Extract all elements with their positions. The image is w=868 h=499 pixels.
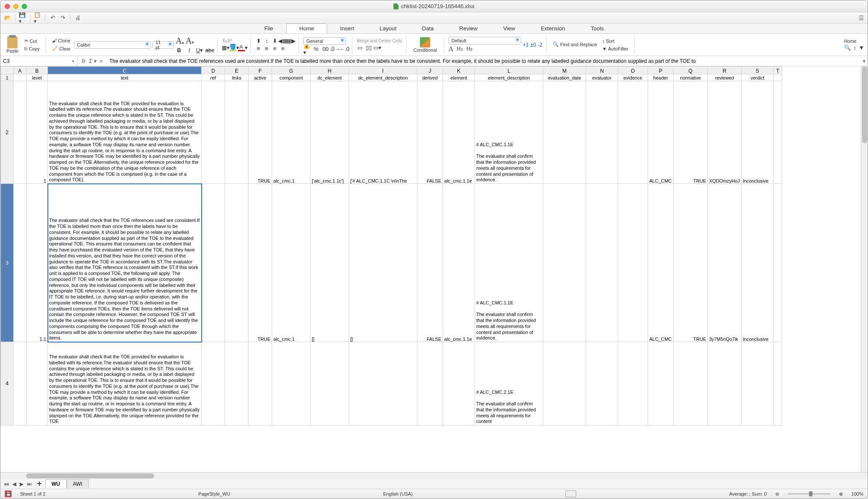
increase-indent-button[interactable]: ▦▶ [287, 38, 294, 44]
header-cell[interactable]: text [48, 74, 202, 81]
cell-C4[interactable]: The evaluator shall check that the TOE p… [48, 342, 202, 425]
cell-O2[interactable] [618, 81, 648, 184]
language[interactable]: English (USA) [383, 491, 413, 496]
hamburger-menu-icon[interactable]: ☰ [859, 15, 864, 21]
cell-L4[interactable]: # ALC_CMC.2.1E The evaluator shall confi… [475, 342, 543, 425]
col-header-K[interactable]: K [443, 67, 475, 74]
cell-D4[interactable] [202, 342, 225, 425]
col-header-S[interactable]: S [742, 67, 774, 74]
spreadsheet-grid[interactable]: ABCDEFGHIJKLMNOPQRST1leveltextreflinksac… [0, 66, 868, 472]
header-cell[interactable]: reviewed [708, 74, 742, 81]
sheet-tab-wu[interactable]: WU [45, 479, 67, 488]
formula-input[interactable]: The evaluator shall check that the TOE r… [107, 58, 861, 64]
font-name-dropdown[interactable]: Calibri [74, 41, 151, 49]
grow-font-button[interactable]: A▴ [176, 36, 184, 46]
copy-button[interactable]: ⎘ Copy [23, 45, 41, 52]
header-cell[interactable]: level [26, 74, 48, 81]
align-top-button[interactable]: ⬆ [255, 38, 262, 44]
cell-G2[interactable]: alc_cmc.1 [272, 81, 311, 184]
clone-button[interactable]: 🖌 Clone [50, 37, 72, 44]
cell-M3[interactable] [543, 184, 586, 342]
font-size-dropdown[interactable]: 11 pt [152, 41, 174, 49]
align-left-button[interactable]: ≡ [255, 45, 262, 52]
cell-I4[interactable] [349, 342, 417, 425]
split-cells-icon[interactable]: ▯▯ [365, 44, 372, 51]
cell-C2[interactable]: The evaluator shall check that the TOE p… [48, 81, 202, 184]
menu-home[interactable]: Home [286, 24, 328, 33]
cut-button[interactable]: ✂ Cut [23, 37, 41, 44]
currency-button[interactable]: 💰▾ [303, 46, 310, 53]
cell-K4[interactable] [443, 342, 475, 425]
header-cell[interactable]: evidence [618, 74, 648, 81]
tab-first-icon[interactable]: ⏮ [2, 480, 11, 488]
superscript-button[interactable]: X₂ [222, 38, 227, 43]
cell-T2[interactable] [774, 81, 782, 184]
maximize-window-button[interactable] [22, 4, 27, 9]
menu-review[interactable]: Review [446, 24, 490, 33]
paste-button[interactable]: Paste [4, 35, 21, 54]
cell-S3[interactable]: inconclusive [742, 184, 774, 342]
fx-icon[interactable]: fx [82, 58, 85, 64]
bold-button[interactable]: B [176, 47, 182, 53]
header-cell[interactable]: element [443, 74, 475, 81]
clear-button[interactable]: 🧹 Clear [50, 45, 72, 52]
menu-layout[interactable]: Layout [367, 24, 409, 33]
cell-B3[interactable]: 1.1 [26, 184, 48, 342]
comma-button[interactable]: 00 [322, 46, 329, 53]
cell-Q2[interactable]: TRUE [674, 81, 708, 184]
cell-F4[interactable] [249, 342, 272, 425]
formula-expand-button[interactable]: ▾ [861, 58, 868, 64]
cell-O3[interactable] [618, 184, 648, 342]
border-button[interactable]: ▦▾ [222, 44, 229, 51]
header-cell[interactable]: verdict [742, 74, 774, 81]
conditional-formatting-button[interactable]: Conditional [411, 37, 440, 53]
menu-insert[interactable]: Insert [327, 24, 367, 33]
col-header-Q[interactable]: Q [674, 67, 708, 74]
cell-J4[interactable] [417, 342, 443, 425]
cell-Q3[interactable]: TRUE [674, 184, 708, 342]
cell-H4[interactable] [311, 342, 349, 425]
cell-E2[interactable] [225, 81, 249, 184]
zoom-slider[interactable] [788, 493, 830, 495]
merge-button[interactable]: Merge and Center Cells [357, 38, 402, 43]
insert-mode-icon[interactable] [566, 490, 576, 497]
cell-D2[interactable] [202, 81, 225, 184]
select-all-corner[interactable] [1, 67, 14, 74]
cell-N2[interactable] [586, 81, 618, 184]
save-icon[interactable]: 💾▾ [19, 14, 26, 22]
header-cell[interactable]: evaluation_date [543, 74, 586, 81]
font-color-button[interactable]: A▾ [239, 44, 246, 51]
cell-Q4[interactable] [674, 342, 708, 425]
row-header-3[interactable]: 3 [1, 184, 14, 342]
cell-F3[interactable]: TRUE [249, 184, 272, 342]
header-cell[interactable]: evaluator [586, 74, 618, 81]
row-header-4[interactable]: 4 [1, 342, 14, 425]
cell-P4[interactable] [648, 342, 674, 425]
col-header-D[interactable]: D [202, 67, 225, 74]
header-cell[interactable]: element_description [475, 74, 543, 81]
inc-plus1[interactable]: +1 [523, 42, 529, 48]
sort-icon[interactable]: ↕ [853, 44, 856, 51]
cell-K3[interactable]: alc_cmc.1.1e [443, 184, 475, 342]
justify-button[interactable]: ≡ [279, 45, 286, 52]
page-style[interactable]: PageStyle_WU [198, 491, 230, 496]
subscript-button[interactable]: X² [228, 38, 232, 43]
cell-P2[interactable]: ALC_CMC [648, 81, 674, 184]
horizontal-scrollbar[interactable] [0, 472, 868, 479]
percent-button[interactable]: % [313, 46, 320, 53]
cell-A2[interactable] [14, 81, 26, 184]
cell-I3[interactable]: [] [349, 184, 417, 342]
cell-T4[interactable] [774, 342, 782, 425]
col-header-H[interactable]: H [311, 67, 349, 74]
col-header-J[interactable]: J [417, 67, 443, 74]
underline-button[interactable]: U ▾ [196, 47, 203, 53]
col-header-L[interactable]: L [475, 67, 543, 74]
cell-B2[interactable]: 1 [26, 81, 48, 184]
cell-E4[interactable] [225, 342, 249, 425]
find-replace-button[interactable]: 🔍 Find and Replace [551, 41, 598, 48]
header-cell[interactable]: header [648, 74, 674, 81]
print-icon[interactable]: 🖨 [74, 14, 82, 22]
align-center-button[interactable]: ≡ [263, 45, 270, 52]
cell-R2[interactable]: XQDOmzyHoJ [708, 81, 742, 184]
cell-O4[interactable] [618, 342, 648, 425]
